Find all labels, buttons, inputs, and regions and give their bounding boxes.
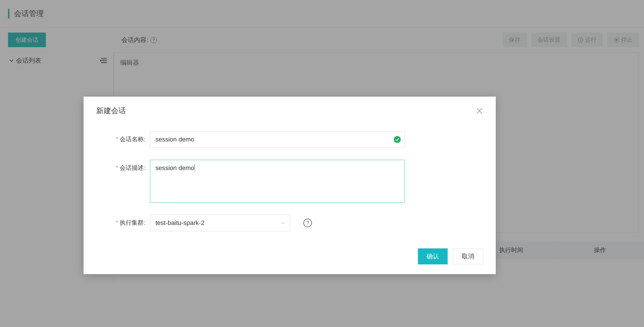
session-desc-value: session demo (155, 164, 194, 172)
session-name-label: 会话名称: (120, 136, 145, 142)
text-cursor (195, 164, 195, 171)
required-asterisk: * (116, 220, 118, 225)
valid-check-icon (394, 136, 401, 143)
session-desc-input[interactable]: session demo (150, 160, 405, 203)
cluster-select[interactable]: test-baitu-spark-2 (150, 215, 290, 231)
cancel-button[interactable]: 取消 (453, 248, 483, 264)
close-icon[interactable] (476, 107, 483, 115)
cluster-help-icon[interactable]: ? (303, 219, 312, 227)
create-session-modal: 新建会话 *会话名称: *会话描述: (84, 97, 496, 274)
cluster-select-value: test-baitu-spark-2 (155, 219, 204, 226)
modal-title: 新建会话 (96, 106, 126, 116)
cluster-label: 执行集群: (120, 219, 145, 226)
confirm-button[interactable]: 确认 (418, 248, 448, 264)
required-asterisk: * (116, 165, 118, 170)
required-asterisk: * (116, 136, 118, 142)
session-name-input[interactable] (150, 131, 405, 148)
session-desc-label: 会话描述: (120, 164, 145, 171)
